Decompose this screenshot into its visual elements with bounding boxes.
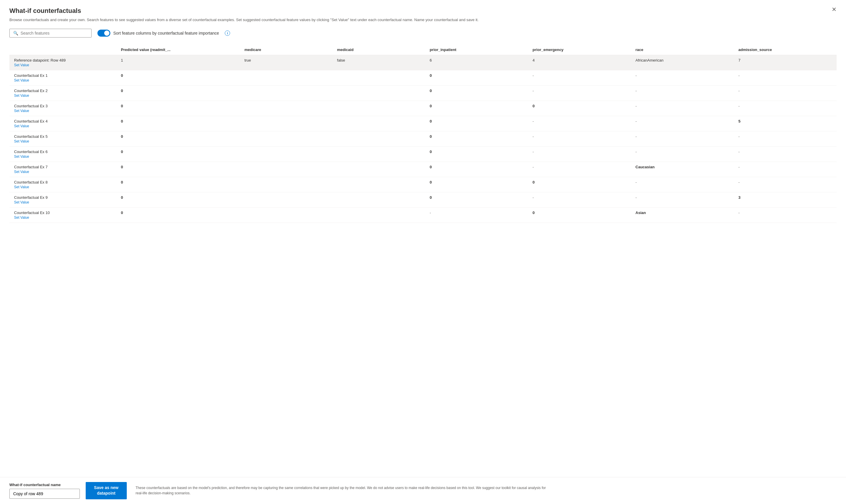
row-cell-predicted: 0	[116, 131, 240, 146]
set-value-link[interactable]: Set Value	[14, 63, 111, 67]
info-icon[interactable]: i	[225, 31, 230, 36]
row-name-cell: Counterfactual Ex 7Set Value	[10, 162, 116, 177]
row-name: Counterfactual Ex 7	[14, 165, 48, 169]
row-cell-predicted: 0	[116, 101, 240, 116]
save-button[interactable]: Save as newdatapoint	[86, 482, 127, 499]
row-cell-medicare	[240, 207, 332, 222]
panel-title: What-if counterfactuals	[10, 7, 836, 15]
toolbar: 🔍 Sort feature columns by counterfactual…	[10, 29, 836, 38]
row-cell-medicare	[240, 146, 332, 162]
row-cell-medicaid	[332, 116, 425, 131]
set-value-link[interactable]: Set Value	[14, 216, 111, 220]
table-row: Counterfactual Ex 7Set Value00-Caucasian…	[10, 162, 836, 177]
row-cell-predicted: 1	[116, 55, 240, 70]
row-name-cell: Counterfactual Ex 10Set Value	[10, 207, 116, 222]
row-cell-medicaid	[332, 101, 425, 116]
sort-toggle[interactable]	[98, 30, 110, 37]
search-input[interactable]	[20, 31, 88, 35]
table-row: Counterfactual Ex 9Set Value00--3	[10, 192, 836, 207]
set-value-link[interactable]: Set Value	[14, 78, 111, 83]
row-cell-medicare	[240, 101, 332, 116]
row-cell-race: -	[631, 131, 734, 146]
table-row: Counterfactual Ex 10Set Value0-0Asian-	[10, 207, 836, 222]
row-cell-prior_inpatient: 0	[425, 101, 528, 116]
row-cell-medicare	[240, 192, 332, 207]
row-name: Counterfactual Ex 4	[14, 119, 48, 123]
toggle-text: Sort feature columns by counterfactual f…	[113, 31, 219, 35]
col-header-prior-inpatient: prior_inpatient	[425, 44, 528, 55]
row-name: Counterfactual Ex 3	[14, 104, 48, 108]
row-cell-prior_inpatient: 0	[425, 192, 528, 207]
row-cell-medicare	[240, 162, 332, 177]
row-cell-predicted: 0	[116, 162, 240, 177]
table-container: Predicted value (readmit_... medicare me…	[10, 44, 836, 223]
row-cell-prior_emergency: 0	[528, 101, 631, 116]
row-cell-race: Caucasian	[631, 162, 734, 177]
row-cell-prior_inpatient: -	[425, 207, 528, 222]
row-cell-prior_inpatient: 6	[425, 55, 528, 70]
footer-name-input[interactable]	[10, 489, 80, 499]
row-cell-admission_source: -	[733, 177, 836, 192]
row-cell-medicare	[240, 85, 332, 101]
set-value-link[interactable]: Set Value	[14, 155, 111, 159]
row-name-cell: Counterfactual Ex 3Set Value	[10, 101, 116, 116]
row-cell-medicaid	[332, 146, 425, 162]
row-name-cell: Counterfactual Ex 6Set Value	[10, 146, 116, 162]
row-cell-admission_source: -	[733, 70, 836, 85]
row-cell-medicare	[240, 131, 332, 146]
row-cell-prior_emergency: 4	[528, 55, 631, 70]
set-value-link[interactable]: Set Value	[14, 93, 111, 97]
row-name: Counterfactual Ex 1	[14, 73, 48, 78]
row-cell-medicaid	[332, 162, 425, 177]
row-cell-admission_source: -	[733, 131, 836, 146]
row-cell-predicted: 0	[116, 116, 240, 131]
row-cell-medicaid	[332, 192, 425, 207]
toggle-label: Sort feature columns by counterfactual f…	[98, 30, 219, 37]
counterfactuals-table: Predicted value (readmit_... medicare me…	[10, 44, 836, 223]
set-value-link[interactable]: Set Value	[14, 170, 111, 174]
row-cell-race: -	[631, 192, 734, 207]
row-cell-admission_source: -	[733, 146, 836, 162]
col-header-name	[10, 44, 116, 55]
row-name: Counterfactual Ex 10	[14, 211, 50, 215]
row-cell-admission_source: -	[733, 162, 836, 177]
table-row: Counterfactual Ex 3Set Value000--	[10, 101, 836, 116]
footer-note: These counterfactuals are based on the m…	[136, 485, 547, 496]
col-header-prior-emergency: prior_emergency	[528, 44, 631, 55]
row-name: Counterfactual Ex 8	[14, 180, 48, 184]
row-cell-race: Asian	[631, 207, 734, 222]
footer: What-if counterfactual name Save as newd…	[0, 477, 846, 504]
row-cell-race: -	[631, 70, 734, 85]
row-cell-predicted: 0	[116, 146, 240, 162]
table-row: Reference datapoint: Row 489Set Value1tr…	[10, 55, 836, 70]
row-cell-predicted: 0	[116, 177, 240, 192]
row-cell-prior_inpatient: 0	[425, 131, 528, 146]
set-value-link[interactable]: Set Value	[14, 124, 111, 128]
table-row: Counterfactual Ex 1Set Value00---	[10, 70, 836, 85]
set-value-link[interactable]: Set Value	[14, 139, 111, 143]
row-cell-medicaid	[332, 177, 425, 192]
set-value-link[interactable]: Set Value	[14, 109, 111, 113]
row-cell-predicted: 0	[116, 70, 240, 85]
table-header-row: Predicted value (readmit_... medicare me…	[10, 44, 836, 55]
row-cell-medicaid: false	[332, 55, 425, 70]
table-row: Counterfactual Ex 2Set Value00---	[10, 85, 836, 101]
row-cell-race: -	[631, 85, 734, 101]
search-box: 🔍	[10, 29, 91, 38]
row-cell-prior_emergency: 0	[528, 207, 631, 222]
row-name-cell: Reference datapoint: Row 489Set Value	[10, 55, 116, 70]
row-cell-admission_source: 7	[733, 55, 836, 70]
row-name: Counterfactual Ex 9	[14, 195, 48, 200]
row-cell-prior_inpatient: 0	[425, 162, 528, 177]
set-value-link[interactable]: Set Value	[14, 185, 111, 189]
toggle-slider	[98, 30, 110, 37]
row-cell-race: -	[631, 177, 734, 192]
row-cell-admission_source: 5	[733, 116, 836, 131]
col-header-race: race	[631, 44, 734, 55]
close-button[interactable]: ✕	[832, 6, 836, 13]
row-name: Reference datapoint: Row 489	[14, 58, 66, 62]
row-cell-race: -	[631, 146, 734, 162]
row-name-cell: Counterfactual Ex 8Set Value	[10, 177, 116, 192]
set-value-link[interactable]: Set Value	[14, 200, 111, 204]
row-name-cell: Counterfactual Ex 5Set Value	[10, 131, 116, 146]
